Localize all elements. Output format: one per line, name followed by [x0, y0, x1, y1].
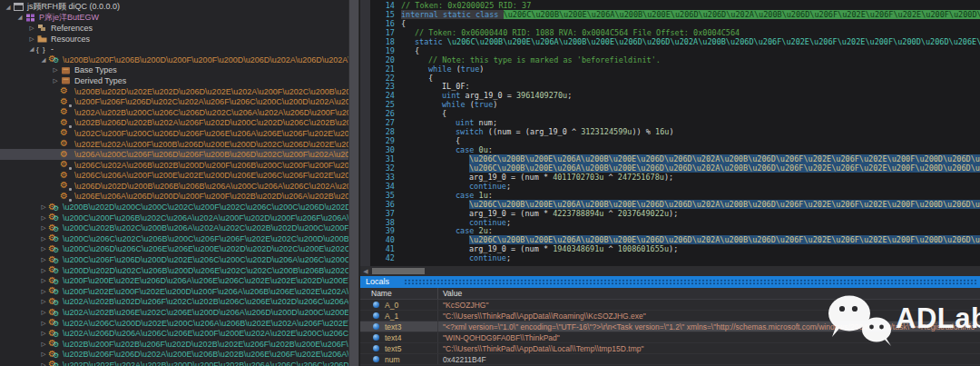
- code-token: continue: [469, 218, 506, 227]
- expander-icon[interactable]: ◢: [4, 4, 13, 11]
- code-token: arg_19_0 = (num *: [469, 173, 553, 182]
- tree-item[interactable]: ▷⚙⚙\u202B\u206F\u206D\u202A\u200E\u206B\…: [0, 350, 348, 361]
- expander-icon[interactable]: ▷: [39, 267, 48, 274]
- tree-item[interactable]: ⚙\u206C\u202A\u206B\u202B\u200D\u200F\u2…: [0, 160, 348, 171]
- expander-icon[interactable]: ▷: [39, 256, 48, 263]
- tree-item-label: -: [51, 45, 54, 54]
- expander-icon[interactable]: ◢: [27, 45, 36, 53]
- code-token: \u206C\u200B\u200E\u206A\u200B\u200E\u20…: [469, 163, 980, 173]
- tree-item[interactable]: ◢js顾RFH顾 diQC (0.0.0.0): [0, 2, 348, 13]
- scroll-left-arrow-icon[interactable]: ◀: [361, 266, 370, 276]
- tree-item[interactable]: ⚙\u200B\u202D\u202E\u202D\u206D\u202E\u2…: [0, 86, 348, 97]
- expander-icon[interactable]: ▷: [39, 277, 48, 284]
- tree-item[interactable]: ⚙\u206D\u202D\u200B\u206B\u206B\u206A\u2…: [0, 181, 348, 192]
- code-token: ;: [567, 91, 572, 100]
- code-line: 26{: [360, 110, 980, 119]
- code-editor[interactable]: 14// Token: 0x02000025 RID: 3715internal…: [360, 0, 980, 266]
- local-variable-name: text5: [360, 343, 438, 353]
- expander-icon[interactable]: ▷: [39, 288, 48, 295]
- expander-icon[interactable]: ▷: [39, 214, 48, 222]
- tree-vertical-scrollbar[interactable]: [348, 0, 359, 366]
- tree-item[interactable]: ▷Derived Types: [0, 75, 348, 86]
- tree-item[interactable]: ◢⚙⚙\u200B\u200F\u206B\u200D\u200F\u200F\…: [0, 54, 348, 65]
- code-line: 28switch ((num = (arg_19_0 ^ 3123124599u…: [360, 128, 980, 137]
- locals-row[interactable]: A_1"C:\\Users\\ThinkPad\\AppData\\Roamin…: [360, 311, 980, 321]
- assembly-explorer-tree[interactable]: ◢js顾RFH顾 diQC (0.0.0.0)◢P席je洋ButEGW▷Refe…: [0, 0, 348, 366]
- tree-item[interactable]: ▷References: [0, 23, 348, 34]
- tree-item[interactable]: ▷⚙⚙\u202A\u206D\u206A\u206C\u206E\u200F\…: [0, 328, 348, 339]
- tree-item[interactable]: ▷⚙⚙\u202D\u202E\u202A\u202B\u200D\u200F\…: [0, 360, 348, 366]
- code-token: :: [488, 145, 493, 154]
- expander-icon[interactable]: ▷: [39, 298, 48, 305]
- tree-item[interactable]: ⚙\u206C\u206A\u200F\u200E\u202E\u200D\u2…: [0, 171, 348, 182]
- expander-icon[interactable]: ▷: [39, 330, 48, 337]
- tree-item[interactable]: ▷⚙⚙\u202A\u202B\u202D\u206F\u202C\u202B\…: [0, 297, 348, 308]
- code-token: ^: [603, 244, 617, 253]
- tree-item[interactable]: ⚙\u202E\u202A\u200F\u200B\u206D\u200E\u2…: [0, 139, 348, 150]
- editor-horizontal-scrollbar[interactable]: ◀: [360, 266, 980, 276]
- tree-item[interactable]: ▷⚙⚙\u200C\u202B\u202C\u200B\u206A\u202A\…: [0, 223, 348, 233]
- code-token: uint: [442, 91, 460, 100]
- tree-item[interactable]: ▷⚙⚙\u200C\u206D\u206C\u206E\u206E\u200E\…: [0, 244, 348, 255]
- expander-icon[interactable]: ▷: [51, 77, 60, 84]
- expander-icon[interactable]: ◢: [15, 14, 24, 21]
- expander-icon[interactable]: ▷: [39, 361, 48, 366]
- locals-title-bar[interactable]: Locals: [360, 276, 980, 288]
- expander-icon[interactable]: ▷: [39, 351, 48, 358]
- expander-icon[interactable]: ▷: [27, 35, 36, 43]
- tree-item[interactable]: ⚙\u206A\u200C\u206F\u206D\u206F\u200B\u2…: [0, 149, 348, 160]
- tree-item[interactable]: ▷⚙⚙\u200B\u202D\u200C\u200C\u202C\u200F\…: [0, 202, 348, 213]
- locals-row[interactable]: text3"<?xml version=\"1.0\" encoding=\"U…: [360, 321, 980, 332]
- tree-item[interactable]: ▷⚙⚙\u200F\u202E\u200F\u202E\u200D\u200F\…: [0, 286, 348, 297]
- tree-item[interactable]: ▷Resources: [0, 34, 348, 45]
- expander-icon[interactable]: ▷: [39, 309, 48, 316]
- tree-item[interactable]: ▷⚙⚙\u200D\u202D\u202C\u206B\u200D\u206E\…: [0, 265, 348, 276]
- class-icon: ⚙⚙: [48, 223, 61, 233]
- code-token: {: [401, 19, 406, 28]
- code-token: // Token: 0x06000440 RID: 1088 RVA: 0x00…: [415, 28, 740, 37]
- tree-item[interactable]: ⚙\u202A\u202B\u200C\u206C\u206D\u202C\u2…: [0, 107, 348, 118]
- tree-item[interactable]: ▷⚙⚙\u200F\u200E\u202E\u206D\u206A\u206E\…: [0, 275, 348, 286]
- tree-item[interactable]: ▷⚙⚙\u202B\u200F\u202B\u206F\u202D\u202B\…: [0, 339, 348, 350]
- expander-icon[interactable]: ▷: [51, 66, 60, 74]
- tree-item[interactable]: ⚙\u200F\u206F\u206D\u202C\u202A\u206F\u2…: [0, 96, 348, 107]
- local-variable-value: "KcSOZJHG": [438, 300, 980, 310]
- expander-icon[interactable]: ▷: [39, 224, 48, 232]
- tree-item-label: \u200B\u200F\u206B\u200D\u200F\u200F\u20…: [63, 55, 348, 64]
- column-header-name[interactable]: Name: [360, 288, 438, 299]
- expander-icon[interactable]: ▷: [27, 25, 36, 32]
- tree-item[interactable]: ▷Base Types: [0, 65, 348, 76]
- locals-row[interactable]: num0x42211B4F: [360, 354, 980, 365]
- tree-item-label: \u202A\u202B\u200C\u206C\u206D\u202C\u20…: [74, 108, 348, 117]
- tree-item[interactable]: ◢P席je洋ButEGW: [0, 13, 348, 24]
- tree-item[interactable]: ⚙\u206E\u206A\u206D\u200D\u200F\u200F\u2…: [0, 192, 348, 203]
- expander-icon[interactable]: ▷: [39, 341, 48, 348]
- locals-row[interactable]: text5"C:\\Users\\ThinkPad\\AppData\\Loca…: [360, 343, 980, 354]
- breakpoint-margin[interactable]: [360, 0, 370, 266]
- code-token: switch: [456, 127, 484, 136]
- tree-item[interactable]: ▷⚙⚙\u200C\u200F\u206B\u202C\u206A\u202A\…: [0, 213, 348, 223]
- gear-icon: ⚙: [60, 181, 73, 191]
- tree-scrollbar-thumb[interactable]: [349, 0, 358, 366]
- expander-icon[interactable]: ▷: [39, 203, 48, 211]
- expander-icon[interactable]: ◢: [39, 56, 48, 64]
- tree-item[interactable]: ▷⚙⚙\u202A\u206C\u200D\u202E\u200C\u206A\…: [0, 318, 348, 329]
- tree-item[interactable]: ⚙\u202C\u200F\u200C\u206D\u206F\u206E\u2…: [0, 128, 348, 139]
- class-icon: ⚙⚙: [48, 360, 61, 366]
- tree-item[interactable]: ▷⚙⚙\u200C\u206F\u206D\u200D\u202E\u206C\…: [0, 254, 348, 265]
- column-header-value[interactable]: Value: [438, 288, 980, 299]
- expander-icon[interactable]: ▷: [39, 245, 48, 252]
- locals-row[interactable]: text4"WIN-QOHDG9FA0BF\\ThinkPad": [360, 332, 980, 343]
- tree-item[interactable]: ▷⚙⚙\u202A\u202B\u206E\u202C\u206E\u200D\…: [0, 307, 348, 318]
- expander-icon[interactable]: ▷: [39, 320, 48, 327]
- code-token: static: [415, 37, 447, 46]
- locals-row[interactable]: A_0"KcSOZJHG": [360, 300, 980, 311]
- gear-icon: ⚙: [60, 171, 73, 181]
- code-line: 38continue;: [360, 219, 980, 228]
- tree-item[interactable]: ⚙\u202B\u206D\u202B\u202A\u206F\u202D\u2…: [0, 118, 348, 129]
- local-variable-value: "C:\\Users\\ThinkPad\\AppData\\Local\\Te…: [438, 343, 980, 353]
- editor-hscrollbar-thumb[interactable]: [372, 268, 425, 274]
- tree-item[interactable]: ◢{ }-: [0, 44, 348, 54]
- expander-icon[interactable]: ▷: [39, 235, 48, 242]
- tree-item[interactable]: ▷⚙⚙\u200C\u206C\u202C\u206B\u200C\u206F\…: [0, 233, 348, 244]
